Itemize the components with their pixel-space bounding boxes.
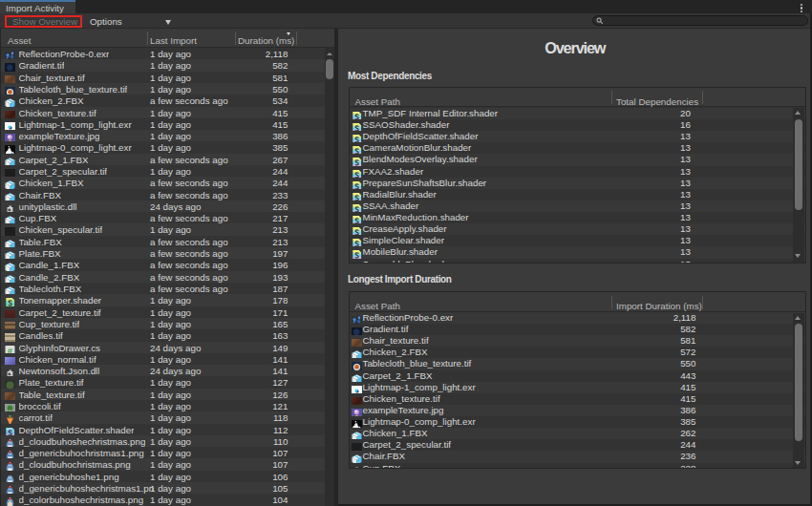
svg-text:#: # bbox=[7, 346, 12, 353]
